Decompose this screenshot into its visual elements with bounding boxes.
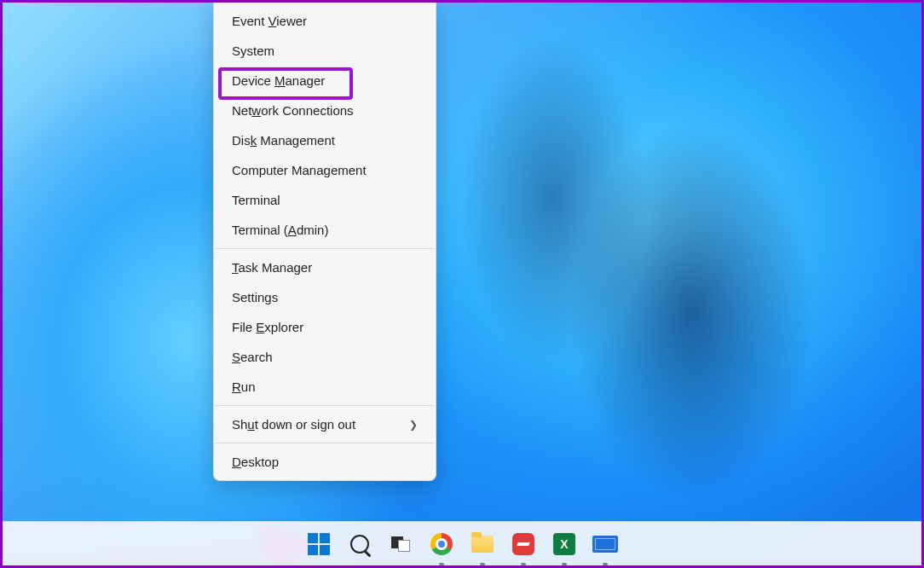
- menu-separator: [216, 443, 434, 443]
- taskview-icon: [391, 536, 410, 552]
- menu-item-settings[interactable]: Settings: [218, 282, 431, 312]
- menu-item-file-explorer[interactable]: File Explorer: [218, 312, 431, 342]
- menu-separator: [216, 405, 434, 406]
- app-blue[interactable]: [592, 531, 618, 557]
- menu-item-label: System: [232, 43, 274, 58]
- excel-icon: X: [553, 533, 575, 555]
- menu-item-event-viewer[interactable]: Event Viewer: [218, 6, 431, 36]
- taskbar: X: [3, 521, 921, 565]
- menu-item-search[interactable]: Search: [218, 342, 431, 372]
- menu-item-network-connections[interactable]: Network Connections: [218, 96, 431, 125]
- folder-icon: [471, 536, 494, 553]
- menu-item-label: Event Viewer: [232, 14, 307, 28]
- menu-separator: [216, 248, 434, 249]
- blue-icon: [592, 536, 618, 553]
- chrome-icon: [430, 533, 453, 555]
- menu-item-system[interactable]: System: [218, 36, 431, 66]
- menu-item-terminal-admin[interactable]: Terminal (Admin): [218, 215, 431, 245]
- menu-item-label: Computer Management: [232, 163, 367, 177]
- menu-item-label: Desktop: [232, 455, 279, 469]
- chevron-right-icon: ❯: [409, 419, 418, 431]
- winx-context-menu: Event ViewerSystemDevice ManagerNetwork …: [213, 3, 436, 481]
- search-button[interactable]: [347, 531, 372, 557]
- start-icon: [308, 533, 330, 555]
- menu-item-label: Run: [232, 380, 256, 394]
- menu-item-label: Search: [232, 350, 273, 364]
- menu-item-label: Shut down or sign out: [232, 417, 355, 432]
- menu-item-computer-management[interactable]: Computer Management: [218, 155, 431, 185]
- menu-item-shut-down-or-sign-out[interactable]: Shut down or sign out❯: [218, 409, 431, 439]
- desktop-wallpaper: [3, 3, 921, 565]
- menu-item-label: File Explorer: [232, 320, 303, 334]
- menu-item-task-manager[interactable]: Task Manager: [218, 252, 431, 282]
- menu-item-label: Network Connections: [232, 103, 354, 118]
- menu-item-label: Terminal: [232, 193, 280, 207]
- menu-item-label: Terminal (Admin): [232, 223, 328, 237]
- search-icon: [350, 535, 369, 554]
- excel-app[interactable]: X: [552, 531, 577, 557]
- menu-item-device-manager[interactable]: Device Manager: [218, 66, 431, 96]
- menu-item-label: Task Manager: [232, 260, 312, 275]
- menu-item-terminal[interactable]: Terminal: [218, 185, 431, 215]
- menu-item-label: Settings: [232, 290, 278, 304]
- menu-item-disk-management[interactable]: Disk Management: [218, 125, 431, 155]
- red-icon: [512, 533, 534, 555]
- todoist-app[interactable]: [511, 531, 536, 557]
- file-explorer-app[interactable]: [470, 531, 495, 557]
- start-button[interactable]: [306, 531, 332, 557]
- menu-item-label: Device Manager: [232, 73, 325, 88]
- menu-item-desktop[interactable]: Desktop: [218, 447, 431, 477]
- task-view-button[interactable]: [388, 531, 413, 557]
- chrome-app[interactable]: [429, 531, 454, 557]
- menu-item-run[interactable]: Run: [218, 372, 431, 402]
- menu-item-label: Disk Management: [232, 133, 335, 148]
